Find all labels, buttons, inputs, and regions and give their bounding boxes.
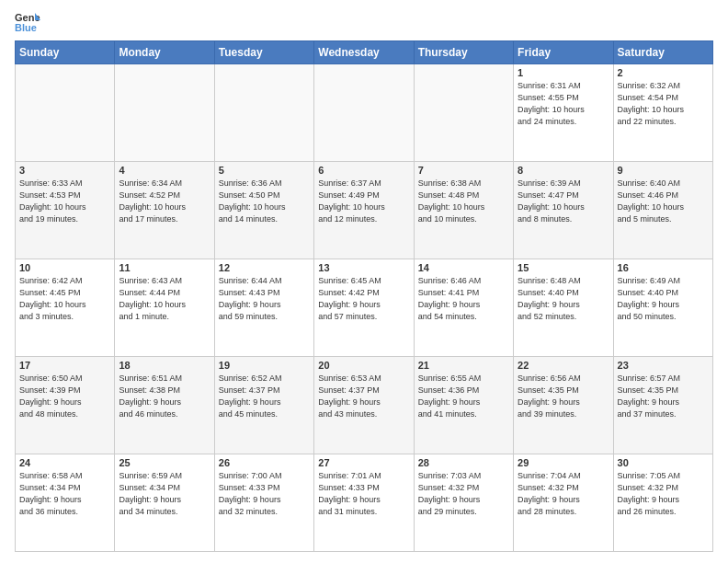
calendar-cell: 17Sunrise: 6:50 AM Sunset: 4:39 PM Dayli… — [16, 357, 115, 454]
day-info: Sunrise: 7:00 AM Sunset: 4:33 PM Dayligh… — [219, 470, 310, 518]
calendar-cell: 29Sunrise: 7:04 AM Sunset: 4:32 PM Dayli… — [514, 454, 613, 552]
calendar-cell: 30Sunrise: 7:05 AM Sunset: 4:32 PM Dayli… — [613, 454, 712, 552]
calendar-cell — [115, 64, 214, 162]
day-info: Sunrise: 6:52 AM Sunset: 4:37 PM Dayligh… — [219, 373, 310, 420]
day-number: 6 — [318, 165, 409, 176]
calendar-cell: 4Sunrise: 6:34 AM Sunset: 4:52 PM Daylig… — [115, 162, 214, 259]
day-number: 27 — [318, 457, 409, 468]
calendar-cell: 22Sunrise: 6:56 AM Sunset: 4:35 PM Dayli… — [514, 357, 613, 454]
day-number: 17 — [19, 360, 110, 371]
calendar-cell: 20Sunrise: 6:53 AM Sunset: 4:37 PM Dayli… — [314, 357, 414, 454]
calendar-cell: 28Sunrise: 7:03 AM Sunset: 4:32 PM Dayli… — [414, 454, 513, 552]
day-number: 28 — [418, 457, 509, 468]
calendar-cell: 8Sunrise: 6:39 AM Sunset: 4:47 PM Daylig… — [514, 162, 613, 259]
day-number: 20 — [318, 360, 409, 371]
calendar-cell: 12Sunrise: 6:44 AM Sunset: 4:43 PM Dayli… — [214, 259, 313, 357]
header: General Blue — [15, 11, 713, 33]
day-number: 12 — [219, 262, 310, 273]
day-info: Sunrise: 6:45 AM Sunset: 4:42 PM Dayligh… — [318, 275, 409, 323]
calendar-cell: 23Sunrise: 6:57 AM Sunset: 4:35 PM Dayli… — [613, 357, 712, 454]
calendar-cell: 9Sunrise: 6:40 AM Sunset: 4:46 PM Daylig… — [613, 162, 712, 259]
logo-icon: General Blue — [15, 11, 40, 33]
day-number: 18 — [119, 360, 210, 371]
calendar-cell: 15Sunrise: 6:48 AM Sunset: 4:40 PM Dayli… — [514, 259, 613, 357]
day-info: Sunrise: 6:44 AM Sunset: 4:43 PM Dayligh… — [219, 275, 310, 323]
day-number: 21 — [418, 360, 509, 371]
day-number: 14 — [418, 262, 509, 273]
day-number: 4 — [119, 165, 210, 176]
day-info: Sunrise: 6:31 AM Sunset: 4:55 PM Dayligh… — [518, 80, 609, 128]
calendar-cell: 16Sunrise: 6:49 AM Sunset: 4:40 PM Dayli… — [613, 259, 712, 357]
day-number: 3 — [19, 165, 110, 176]
day-number: 8 — [518, 165, 609, 176]
weekday-header-monday: Monday — [115, 41, 214, 64]
svg-text:Blue: Blue — [15, 22, 37, 33]
day-info: Sunrise: 7:04 AM Sunset: 4:32 PM Dayligh… — [518, 470, 609, 518]
day-info: Sunrise: 6:53 AM Sunset: 4:37 PM Dayligh… — [318, 373, 409, 420]
calendar-cell: 26Sunrise: 7:00 AM Sunset: 4:33 PM Dayli… — [214, 454, 313, 552]
calendar-cell: 7Sunrise: 6:38 AM Sunset: 4:48 PM Daylig… — [414, 162, 513, 259]
day-number: 22 — [518, 360, 609, 371]
weekday-header-sunday: Sunday — [16, 41, 115, 64]
day-info: Sunrise: 7:03 AM Sunset: 4:32 PM Dayligh… — [418, 470, 509, 518]
calendar-cell: 21Sunrise: 6:55 AM Sunset: 4:36 PM Dayli… — [414, 357, 513, 454]
calendar-cell: 18Sunrise: 6:51 AM Sunset: 4:38 PM Dayli… — [115, 357, 214, 454]
calendar-cell: 19Sunrise: 6:52 AM Sunset: 4:37 PM Dayli… — [214, 357, 313, 454]
page: General Blue SundayMondayTuesdayWednesda… — [0, 0, 728, 563]
calendar-cell: 24Sunrise: 6:58 AM Sunset: 4:34 PM Dayli… — [16, 454, 115, 552]
day-number: 25 — [119, 457, 210, 468]
calendar-cell: 5Sunrise: 6:36 AM Sunset: 4:50 PM Daylig… — [214, 162, 313, 259]
weekday-header-wednesday: Wednesday — [314, 41, 414, 64]
day-info: Sunrise: 6:46 AM Sunset: 4:41 PM Dayligh… — [418, 275, 509, 323]
day-info: Sunrise: 6:37 AM Sunset: 4:49 PM Dayligh… — [318, 178, 409, 225]
calendar-cell: 14Sunrise: 6:46 AM Sunset: 4:41 PM Dayli… — [414, 259, 513, 357]
day-info: Sunrise: 6:42 AM Sunset: 4:45 PM Dayligh… — [19, 275, 110, 323]
calendar-cell — [414, 64, 513, 162]
day-number: 23 — [618, 360, 709, 371]
day-number: 26 — [219, 457, 310, 468]
day-info: Sunrise: 6:51 AM Sunset: 4:38 PM Dayligh… — [119, 373, 210, 420]
day-info: Sunrise: 7:01 AM Sunset: 4:33 PM Dayligh… — [318, 470, 409, 518]
day-info: Sunrise: 6:49 AM Sunset: 4:40 PM Dayligh… — [618, 275, 709, 323]
calendar-cell: 6Sunrise: 6:37 AM Sunset: 4:49 PM Daylig… — [314, 162, 414, 259]
day-number: 16 — [618, 262, 709, 273]
day-number: 24 — [19, 457, 110, 468]
calendar-week-5: 24Sunrise: 6:58 AM Sunset: 4:34 PM Dayli… — [16, 454, 713, 552]
calendar-week-1: 1Sunrise: 6:31 AM Sunset: 4:55 PM Daylig… — [16, 64, 713, 162]
weekday-header-row: SundayMondayTuesdayWednesdayThursdayFrid… — [16, 41, 713, 64]
day-info: Sunrise: 6:56 AM Sunset: 4:35 PM Dayligh… — [518, 373, 609, 420]
day-info: Sunrise: 6:38 AM Sunset: 4:48 PM Dayligh… — [418, 178, 509, 225]
calendar-cell — [214, 64, 313, 162]
calendar-cell — [314, 64, 414, 162]
day-number: 15 — [518, 262, 609, 273]
weekday-header-friday: Friday — [514, 41, 613, 64]
day-info: Sunrise: 6:50 AM Sunset: 4:39 PM Dayligh… — [19, 373, 110, 420]
weekday-header-tuesday: Tuesday — [214, 41, 313, 64]
day-number: 7 — [418, 165, 509, 176]
day-info: Sunrise: 6:33 AM Sunset: 4:53 PM Dayligh… — [19, 178, 110, 225]
calendar-cell: 27Sunrise: 7:01 AM Sunset: 4:33 PM Dayli… — [314, 454, 414, 552]
day-number: 11 — [119, 262, 210, 273]
day-number: 2 — [618, 67, 709, 78]
calendar-cell: 13Sunrise: 6:45 AM Sunset: 4:42 PM Dayli… — [314, 259, 414, 357]
day-info: Sunrise: 6:58 AM Sunset: 4:34 PM Dayligh… — [19, 470, 110, 518]
day-info: Sunrise: 6:40 AM Sunset: 4:46 PM Dayligh… — [618, 178, 709, 225]
day-info: Sunrise: 6:34 AM Sunset: 4:52 PM Dayligh… — [119, 178, 210, 225]
weekday-header-thursday: Thursday — [414, 41, 513, 64]
calendar-week-3: 10Sunrise: 6:42 AM Sunset: 4:45 PM Dayli… — [16, 259, 713, 357]
day-number: 30 — [618, 457, 709, 468]
day-number: 19 — [219, 360, 310, 371]
calendar-table: SundayMondayTuesdayWednesdayThursdayFrid… — [15, 40, 713, 552]
day-info: Sunrise: 6:57 AM Sunset: 4:35 PM Dayligh… — [618, 373, 709, 420]
day-number: 29 — [518, 457, 609, 468]
day-info: Sunrise: 6:39 AM Sunset: 4:47 PM Dayligh… — [518, 178, 609, 225]
day-info: Sunrise: 6:55 AM Sunset: 4:36 PM Dayligh… — [418, 373, 509, 420]
calendar-cell: 25Sunrise: 6:59 AM Sunset: 4:34 PM Dayli… — [115, 454, 214, 552]
calendar-cell: 2Sunrise: 6:32 AM Sunset: 4:54 PM Daylig… — [613, 64, 712, 162]
day-info: Sunrise: 6:59 AM Sunset: 4:34 PM Dayligh… — [119, 470, 210, 518]
weekday-header-saturday: Saturday — [613, 41, 712, 64]
day-number: 5 — [219, 165, 310, 176]
calendar-week-2: 3Sunrise: 6:33 AM Sunset: 4:53 PM Daylig… — [16, 162, 713, 259]
day-info: Sunrise: 6:48 AM Sunset: 4:40 PM Dayligh… — [518, 275, 609, 323]
calendar-week-4: 17Sunrise: 6:50 AM Sunset: 4:39 PM Dayli… — [16, 357, 713, 454]
